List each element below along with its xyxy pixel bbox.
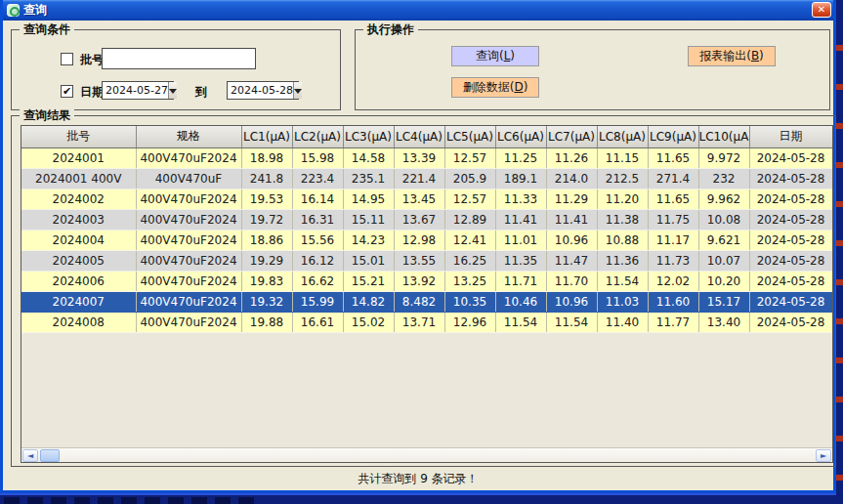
table-cell[interactable]: 11.54 — [546, 312, 597, 332]
table-cell[interactable]: 12.89 — [444, 209, 495, 230]
delete-data-button[interactable]: 删除数据(D) — [451, 77, 539, 98]
table-cell[interactable]: 16.62 — [292, 271, 343, 291]
table-row[interactable]: 2024004400V470uF202418.8615.5614.2312.98… — [21, 230, 832, 250]
table-row[interactable]: 2024006400V470uF202419.8316.6215.2113.92… — [21, 271, 832, 291]
table-cell[interactable]: 10.20 — [698, 271, 749, 291]
table-cell[interactable]: 9.621 — [698, 230, 749, 250]
column-header[interactable]: LC6(μA) — [495, 126, 546, 147]
column-header[interactable]: 批号 — [21, 126, 136, 147]
table-cell[interactable]: 232 — [698, 168, 749, 189]
table-cell[interactable]: 2024008 — [21, 312, 136, 332]
table-cell[interactable]: 11.17 — [648, 230, 698, 250]
table-cell[interactable]: 11.35 — [495, 250, 546, 271]
table-cell[interactable]: 16.14 — [292, 189, 343, 209]
report-output-button[interactable]: 报表输出(B) — [688, 46, 776, 66]
table-cell[interactable]: 11.54 — [495, 312, 546, 332]
table-cell[interactable]: 212.5 — [597, 168, 648, 189]
table-cell[interactable]: 2024-05-28 — [749, 312, 832, 332]
table-cell[interactable]: 10.96 — [546, 291, 597, 312]
table-cell[interactable]: 12.41 — [444, 230, 495, 250]
column-header[interactable]: 日期 — [749, 126, 832, 147]
table-cell[interactable]: 15.02 — [343, 312, 394, 332]
table-cell[interactable]: 11.40 — [597, 312, 648, 332]
column-header[interactable]: 规格 — [136, 126, 241, 147]
table-cell[interactable]: 2024001 400V — [21, 168, 136, 189]
table-cell[interactable]: 11.03 — [597, 291, 648, 312]
table-cell[interactable]: 205.9 — [444, 168, 495, 189]
table-cell[interactable]: 11.38 — [597, 209, 648, 230]
table-cell[interactable]: 8.482 — [394, 291, 444, 312]
table-cell[interactable]: 15.98 — [292, 147, 343, 168]
column-header[interactable]: LC7(μA) — [546, 126, 597, 147]
table-cell[interactable]: 11.73 — [648, 250, 698, 271]
table-cell[interactable]: 2024-05-28 — [749, 291, 832, 312]
scroll-left-icon[interactable]: ◄ — [22, 449, 38, 462]
table-cell[interactable]: 221.4 — [394, 168, 444, 189]
table-row[interactable]: 2024005400V470uF202419.2916.1215.0113.55… — [21, 250, 832, 271]
table-row[interactable]: 2024008400V470uF202419.8816.6115.0213.71… — [21, 312, 832, 332]
table-cell[interactable]: 400V470uF2024 — [136, 209, 241, 230]
table-cell[interactable]: 14.58 — [343, 147, 394, 168]
table-cell[interactable]: 13.45 — [394, 189, 444, 209]
table-cell[interactable]: 15.01 — [343, 250, 394, 271]
table-cell[interactable]: 11.65 — [648, 147, 698, 168]
table-cell[interactable]: 2024005 — [21, 250, 136, 271]
table-cell[interactable]: 241.8 — [241, 168, 292, 189]
table-cell[interactable]: 12.57 — [444, 147, 495, 168]
batch-input[interactable] — [102, 48, 256, 69]
table-cell[interactable]: 2024006 — [21, 271, 136, 291]
table-cell[interactable]: 2024002 — [21, 189, 136, 209]
close-icon[interactable]: ✕ — [812, 2, 831, 18]
table-cell[interactable]: 12.02 — [648, 271, 698, 291]
table-cell[interactable]: 10.35 — [444, 291, 495, 312]
table-cell[interactable]: 2024-05-28 — [749, 147, 832, 168]
horizontal-scrollbar[interactable]: ◄ ► — [21, 447, 832, 462]
table-cell[interactable]: 11.70 — [546, 271, 597, 291]
table-cell[interactable]: 9.962 — [698, 189, 749, 209]
table-cell[interactable]: 11.01 — [495, 230, 546, 250]
table-cell[interactable]: 16.31 — [292, 209, 343, 230]
table-cell[interactable]: 13.71 — [394, 312, 444, 332]
table-cell[interactable]: 11.41 — [495, 209, 546, 230]
table-cell[interactable]: 400V470uF2024 — [136, 189, 241, 209]
table-cell[interactable]: 400V470uF — [136, 168, 241, 189]
table-cell[interactable]: 2024007 — [21, 291, 136, 312]
table-cell[interactable]: 11.65 — [648, 189, 698, 209]
column-header[interactable]: LC8(μA) — [597, 126, 648, 147]
query-button[interactable]: 查询(L) — [451, 46, 539, 66]
column-header[interactable]: LC9(μA) — [648, 126, 698, 147]
table-cell[interactable]: 15.17 — [698, 291, 749, 312]
table-cell[interactable]: 11.75 — [648, 209, 698, 230]
table-cell[interactable]: 16.25 — [444, 250, 495, 271]
column-header[interactable]: LC5(μA) — [444, 126, 495, 147]
table-cell[interactable]: 13.39 — [394, 147, 444, 168]
table-cell[interactable]: 400V470uF2024 — [136, 147, 241, 168]
table-cell[interactable]: 189.1 — [495, 168, 546, 189]
table-cell[interactable]: 400V470uF2024 — [136, 271, 241, 291]
table-cell[interactable]: 9.972 — [698, 147, 749, 168]
table-cell[interactable]: 14.82 — [343, 291, 394, 312]
table-cell[interactable]: 11.60 — [648, 291, 698, 312]
table-cell[interactable]: 2024-05-28 — [749, 230, 832, 250]
batch-checkbox[interactable]: ✔ — [61, 53, 73, 65]
table-cell[interactable]: 16.61 — [292, 312, 343, 332]
date-checkbox[interactable]: ✔ — [61, 85, 73, 98]
table-cell[interactable]: 13.67 — [394, 209, 444, 230]
table-cell[interactable]: 12.96 — [444, 312, 495, 332]
table-cell[interactable]: 2024-05-28 — [749, 168, 832, 189]
table-cell[interactable]: 10.46 — [495, 291, 546, 312]
table-cell[interactable]: 2024003 — [21, 209, 136, 230]
table-cell[interactable]: 10.07 — [698, 250, 749, 271]
table-cell[interactable]: 12.57 — [444, 189, 495, 209]
table-cell[interactable]: 400V470uF2024 — [136, 291, 241, 312]
table-cell[interactable]: 10.96 — [546, 230, 597, 250]
table-cell[interactable]: 400V470uF2024 — [136, 230, 241, 250]
table-cell[interactable]: 10.88 — [597, 230, 648, 250]
column-header[interactable]: LC1(μA) — [241, 126, 292, 147]
table-cell[interactable]: 235.1 — [343, 168, 394, 189]
table-cell[interactable]: 13.92 — [394, 271, 444, 291]
table-cell[interactable]: 13.40 — [698, 312, 749, 332]
table-cell[interactable]: 19.83 — [241, 271, 292, 291]
table-cell[interactable]: 19.32 — [241, 291, 292, 312]
table-cell[interactable]: 11.54 — [597, 271, 648, 291]
